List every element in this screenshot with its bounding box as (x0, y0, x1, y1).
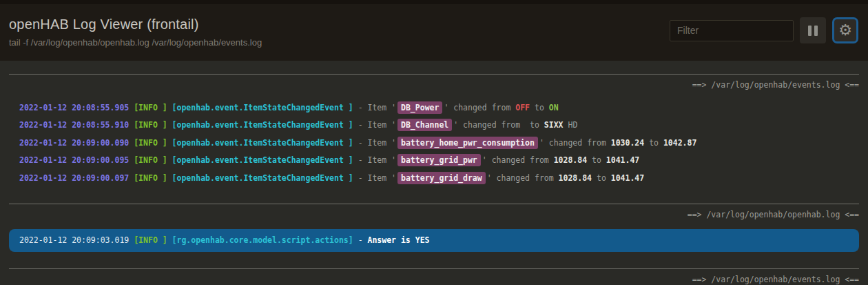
log-segment-plain (167, 103, 172, 112)
log-segment-plain: ' changed from (482, 155, 554, 165)
log-segment-message: Answer is YES (367, 235, 429, 245)
log-segment-plain: ' changed from (539, 138, 611, 148)
log-line: 2022-01-12 20:09:00.090 [INFO ] [openhab… (0, 135, 868, 152)
log-segment-info: [INFO ] (134, 103, 167, 112)
log-segment-plain (167, 138, 172, 148)
log-segment-timestamp: 2022-01-12 20:08:55.910 (19, 120, 129, 130)
log-segment-light: 2022-01-12 20:09:03.019 (19, 235, 129, 245)
log-segment-class: [openhab.event.ItemStateChangedEvent ] (172, 103, 353, 112)
log-segment-plain: to (587, 155, 606, 165)
log-segment-plain: - Item ' (353, 138, 396, 148)
log-segment-value: 1028.84 (559, 173, 592, 183)
log-section: ==> /var/log/openhab/events.log <==2022-… (0, 74, 868, 187)
log-segment-plain (167, 120, 172, 130)
section-divider (9, 74, 859, 75)
log-segment-plain (167, 173, 172, 183)
header-titles: openHAB Log Viewer (frontail) tail -f /v… (9, 14, 262, 48)
log-segment-item: DB_Power (397, 101, 442, 114)
log-segment-class: [rg.openhab.core.model.script.actions] (172, 235, 353, 245)
file-marker: ==> /var/log/openhab/openhab.log <== (0, 209, 868, 220)
header-controls: ⚙ (670, 17, 858, 43)
log-lines: 2022-01-12 20:08:55.905 [INFO ] [openhab… (0, 99, 868, 187)
settings-button[interactable]: ⚙ (832, 17, 858, 43)
log-segment-on: ON (549, 103, 559, 112)
log-segment-plain: - Item ' (353, 173, 396, 183)
gear-icon: ⚙ (838, 23, 852, 38)
log-segment-value: SIXX (544, 120, 564, 130)
log-stream: ==> /var/log/openhab/events.log <==2022-… (0, 61, 868, 285)
log-segment-plain: HD (564, 120, 578, 130)
log-segment-plain: ' changed from to (453, 120, 544, 130)
log-line: 2022-01-12 20:09:00.097 [INFO ] [openhab… (0, 170, 868, 187)
log-segment-plain: - Item ' (353, 103, 396, 112)
log-segment-value: 1041.47 (611, 173, 644, 183)
log-section: ==> /var/log/openhab/events.log <== (0, 268, 868, 285)
log-segment-info: [INFO ] (134, 120, 167, 130)
log-segment-plain: ' changed from (487, 173, 559, 183)
log-segment-value: 1041.47 (606, 155, 639, 165)
log-segment-plain: to (592, 173, 611, 183)
log-lines: 2022-01-12 20:09:03.019 [INFO ] [rg.open… (0, 229, 868, 252)
log-segment-timestamp: 2022-01-12 20:08:55.905 (19, 103, 129, 112)
log-segment-plain: - Item ' (353, 155, 396, 165)
app-header: openHAB Log Viewer (frontail) tail -f /v… (0, 0, 868, 61)
log-segment-info: [INFO ] (134, 235, 167, 245)
log-segment-class: [openhab.event.ItemStateChangedEvent ] (172, 138, 353, 148)
log-segment-light (167, 235, 172, 245)
log-line: 2022-01-12 20:08:55.910 [INFO ] [openhab… (0, 117, 868, 134)
file-marker: ==> /var/log/openhab/events.log <== (0, 79, 868, 90)
log-segment-plain (167, 155, 172, 165)
log-segment-item: DB_Channel (397, 119, 452, 131)
log-segment-plain: to (530, 103, 549, 112)
log-segment-value: 1042.87 (663, 138, 696, 148)
log-viewer-app: openHAB Log Viewer (frontail) tail -f /v… (0, 0, 868, 285)
log-segment-plain: - Item ' (353, 120, 396, 130)
log-segment-timestamp: 2022-01-12 20:09:00.095 (19, 155, 129, 165)
log-line: 2022-01-12 20:08:55.905 [INFO ] [openhab… (0, 99, 868, 117)
log-segment-plain: ' changed from (444, 103, 515, 112)
log-segment-info: [INFO ] (134, 138, 167, 148)
pause-button[interactable] (800, 17, 826, 43)
log-segment-light: - (353, 235, 368, 245)
section-divider (9, 204, 859, 204)
section-divider (9, 268, 859, 269)
filter-input[interactable] (670, 20, 794, 41)
log-segment-item: battery_grid_pwr (397, 154, 481, 166)
log-segment-timestamp: 2022-01-12 20:09:00.097 (19, 173, 129, 183)
log-segment-off: OFF (515, 103, 530, 112)
log-segment-item: battery_grid_draw (397, 172, 486, 184)
log-segment-class: [openhab.event.ItemStateChangedEvent ] (172, 155, 353, 165)
log-line: 2022-01-12 20:09:00.095 [INFO ] [openhab… (0, 152, 868, 169)
log-segment-value: 1030.24 (611, 138, 644, 148)
log-segment-plain: to (644, 138, 663, 148)
tail-command-subtitle: tail -f /var/log/openhab/openhab.log /va… (9, 37, 262, 48)
log-segment-value: 1028.84 (554, 155, 587, 165)
pause-icon (808, 26, 818, 36)
file-marker: ==> /var/log/openhab/events.log <== (0, 274, 868, 285)
log-line-highlighted: 2022-01-12 20:09:03.019 [INFO ] [rg.open… (9, 229, 859, 252)
log-segment-class: [openhab.event.ItemStateChangedEvent ] (172, 120, 353, 130)
page-title: openHAB Log Viewer (frontail) (9, 17, 262, 32)
log-section: ==> /var/log/openhab/openhab.log <==2022… (0, 204, 868, 252)
log-segment-item: battery_home_pwr_consumption (397, 137, 538, 149)
log-segment-info: [INFO ] (134, 173, 167, 183)
log-segment-info: [INFO ] (134, 155, 167, 165)
log-segment-class: [openhab.event.ItemStateChangedEvent ] (172, 173, 353, 183)
log-segment-timestamp: 2022-01-12 20:09:00.090 (19, 138, 129, 148)
